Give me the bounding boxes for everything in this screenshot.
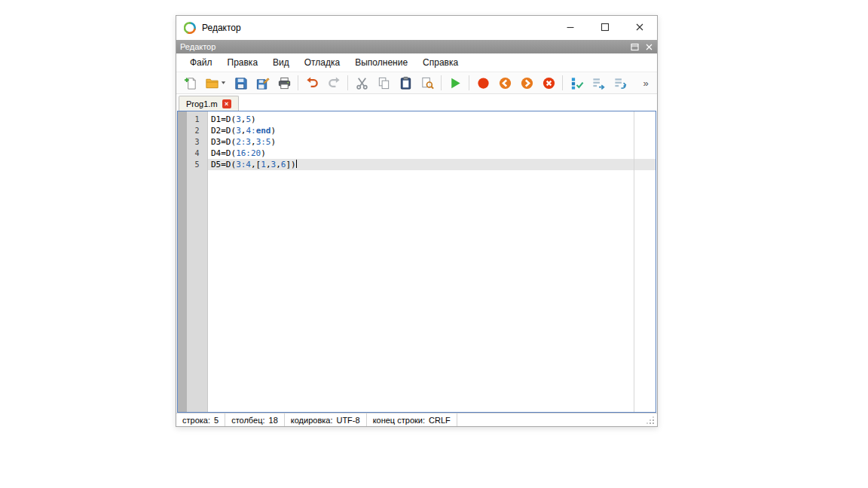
menu-debug[interactable]: Отладка xyxy=(297,55,347,70)
mdi-titlebar: Редактор xyxy=(176,40,657,53)
mdi-title: Редактор xyxy=(180,42,215,51)
mdi-restore-icon[interactable] xyxy=(631,43,639,51)
stop-button[interactable] xyxy=(472,73,494,93)
text-caret xyxy=(296,160,297,168)
code-token: 3 xyxy=(236,114,241,124)
line-number: 1 xyxy=(187,114,207,125)
redo-button[interactable] xyxy=(323,73,344,93)
status-eol-label: конец строки: xyxy=(373,416,425,425)
code-token: ) xyxy=(271,126,277,136)
code-token: 3:5 xyxy=(256,137,271,147)
code-token: 5 xyxy=(246,114,251,124)
line-number: 4 xyxy=(187,148,207,159)
save-as-button[interactable] xyxy=(252,73,273,93)
code-token: D4=D( xyxy=(211,148,236,158)
status-line-value: 5 xyxy=(214,416,219,425)
code-token: 1 xyxy=(261,160,266,169)
new-file-button[interactable] xyxy=(180,73,201,93)
toolbar: » xyxy=(176,72,657,94)
code-token: , xyxy=(266,160,271,169)
abort-button[interactable] xyxy=(538,73,559,93)
status-bar: строка: 5 столбец: 18 кодировка: UTF-8 к… xyxy=(176,413,657,426)
undo-icon xyxy=(305,76,319,90)
tab-label: Prog1.m xyxy=(186,99,218,108)
paste-button[interactable] xyxy=(395,73,416,93)
menu-bar: Файл Правка Вид Отладка Выполнение Справ… xyxy=(176,53,657,72)
step-back-button[interactable] xyxy=(494,73,515,93)
maximize-icon xyxy=(601,23,610,34)
stop-circle-icon xyxy=(476,76,491,90)
caption-buttons xyxy=(553,16,657,40)
open-folder-icon xyxy=(205,76,219,90)
code-line[interactable]: D5=D(3:4,[1,3,6]) xyxy=(208,159,656,170)
minimize-button[interactable] xyxy=(553,16,588,40)
cut-button[interactable] xyxy=(351,73,372,93)
status-line-label: строка: xyxy=(182,416,210,425)
tab-close-icon[interactable]: × xyxy=(222,99,231,108)
redo-icon xyxy=(327,76,341,90)
line-number: 2 xyxy=(187,125,207,136)
code-token: ,[ xyxy=(251,160,261,169)
code-line[interactable]: D2=D(3,4:end) xyxy=(208,125,656,136)
toolbar-separator xyxy=(298,75,298,90)
copy-button[interactable] xyxy=(373,73,394,93)
code-token: 3:4 xyxy=(236,160,251,169)
breakpoints-button[interactable] xyxy=(566,73,587,93)
code-token: 4: xyxy=(246,126,255,136)
code-editor[interactable]: 12345 D1=D(3,5)D2=D(3,4:end)D3=D(2:3,3:5… xyxy=(177,111,656,413)
step-out-icon xyxy=(613,76,628,90)
find-button[interactable] xyxy=(417,73,438,93)
toolbar-separator xyxy=(347,75,348,90)
gutter-numbers: 12345 xyxy=(187,111,208,412)
code-line[interactable]: D3=D(2:3,3:5) xyxy=(208,136,656,148)
code-token: ) xyxy=(261,148,266,158)
editor-margin-strip xyxy=(178,111,187,412)
window-title: Редактор xyxy=(202,23,241,33)
mdi-close-icon[interactable] xyxy=(645,43,653,51)
code-token: D1=D( xyxy=(211,114,236,124)
menu-file[interactable]: Файл xyxy=(182,55,220,70)
close-button[interactable] xyxy=(622,16,657,40)
tab-prog1[interactable]: Prog1.m × xyxy=(179,96,239,111)
undo-button[interactable] xyxy=(301,73,322,93)
resize-grip-icon[interactable] xyxy=(646,416,654,424)
line-number: 3 xyxy=(187,136,207,148)
code-line[interactable]: D1=D(3,5) xyxy=(208,114,656,125)
open-dropdown-arrow-icon[interactable] xyxy=(221,81,226,85)
run-play-icon xyxy=(448,76,463,90)
menu-run[interactable]: Выполнение xyxy=(347,55,415,70)
code-lines[interactable]: D1=D(3,5)D2=D(3,4:end)D3=D(2:3,3:5)D4=D(… xyxy=(208,111,656,412)
print-button[interactable] xyxy=(274,73,295,93)
back-arrow-icon xyxy=(498,76,512,90)
code-line[interactable]: D4=D(16:20) xyxy=(208,148,656,159)
maximize-button[interactable] xyxy=(588,16,622,40)
mdi-buttons xyxy=(631,43,653,51)
step-forward-button[interactable] xyxy=(516,73,537,93)
toolbar-separator xyxy=(469,75,469,90)
menu-view[interactable]: Вид xyxy=(265,55,297,70)
status-eol: конец строки: CRLF xyxy=(367,413,457,426)
print-icon xyxy=(277,76,292,90)
code-token: D3=D( xyxy=(211,137,236,147)
save-as-icon xyxy=(255,76,270,90)
new-file-icon xyxy=(184,76,198,90)
step-out-button[interactable] xyxy=(610,73,631,93)
copy-icon xyxy=(377,76,391,90)
run-button[interactable] xyxy=(445,73,466,93)
status-line: строка: 5 xyxy=(176,413,225,426)
menu-edit[interactable]: Правка xyxy=(220,55,266,70)
line-number: 5 xyxy=(187,159,207,170)
save-icon xyxy=(234,76,248,90)
open-file-button[interactable] xyxy=(202,73,229,93)
paste-clipboard-icon xyxy=(399,76,413,90)
code-token: , xyxy=(276,160,281,169)
save-button[interactable] xyxy=(230,73,251,93)
step-over-button[interactable] xyxy=(588,73,609,93)
status-eol-value: CRLF xyxy=(429,416,451,425)
menu-help[interactable]: Справка xyxy=(415,55,466,70)
step-over-icon xyxy=(591,76,606,90)
cut-scissors-icon xyxy=(355,76,369,90)
toolbar-overflow-button[interactable]: » xyxy=(638,73,653,93)
status-encoding: кодировка: UTF-8 xyxy=(285,413,367,426)
code-token: ]) xyxy=(286,160,295,169)
